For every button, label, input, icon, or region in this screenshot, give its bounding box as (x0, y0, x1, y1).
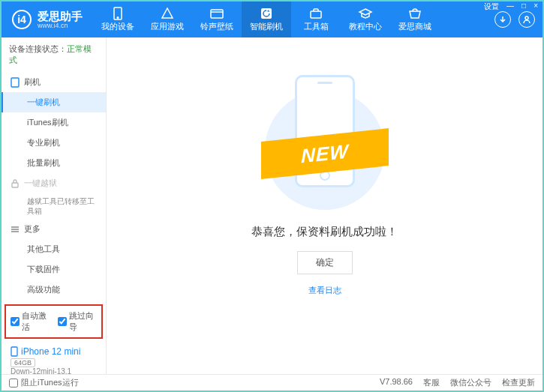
svg-point-1 (117, 16, 119, 18)
lock-icon (11, 179, 20, 188)
close-icon[interactable]: × (532, 1, 539, 12)
view-log-link[interactable]: 查看日志 (308, 285, 341, 296)
sidebar-group-more[interactable]: 更多 (2, 219, 106, 239)
block-itunes-checkbox[interactable]: 阻止iTunes运行 (9, 377, 79, 388)
sidebar-item-oneclick-flash[interactable]: 一键刷机 (2, 92, 106, 112)
phone-icon (110, 7, 125, 19)
device-model: Down-12mini-13,1 (11, 367, 97, 374)
check-update-link[interactable]: 检查更新 (502, 377, 535, 388)
user-button[interactable] (518, 11, 535, 28)
nav-toolbox[interactable]: 工具箱 (291, 1, 341, 37)
success-illustration: NEW (269, 60, 381, 210)
refresh-icon (259, 7, 274, 19)
nav-ringtones[interactable]: 铃声壁纸 (192, 1, 242, 37)
svg-rect-7 (12, 183, 18, 187)
menu-icon (11, 225, 20, 234)
nav-smart-flash[interactable]: 智能刷机 (242, 1, 291, 37)
sidebar-group-flash[interactable]: 刷机 (2, 72, 106, 92)
phone-icon (11, 346, 18, 357)
sidebar-item-download-firmware[interactable]: 下载固件 (2, 259, 106, 280)
ok-button[interactable]: 确定 (297, 251, 353, 274)
version-label: V7.98.66 (380, 377, 413, 388)
store-icon (407, 7, 422, 19)
sidebar-item-batch-flash[interactable]: 批量刷机 (2, 153, 106, 173)
device-capacity: 64GB (11, 358, 35, 367)
device-info[interactable]: iPhone 12 mini 64GB Down-12mini-13,1 (8, 343, 100, 374)
footer: 阻止iTunes运行 V7.98.66 客服 微信公众号 检查更新 (2, 374, 542, 391)
nav-tutorials[interactable]: 教程中心 (341, 1, 390, 37)
main-content: NEW 恭喜您，保资料刷机成功啦！ 确定 查看日志 (107, 37, 542, 374)
header: i4 爱思助手 www.i4.cn 我的设备 应用游戏 铃声壁纸 智能刷机 工具… (2, 1, 542, 37)
sidebar-item-itunes-flash[interactable]: iTunes刷机 (2, 112, 106, 133)
app-name: 爱思助手 (38, 10, 83, 22)
nav-apps-games[interactable]: 应用游戏 (143, 1, 192, 37)
svg-point-5 (525, 16, 528, 19)
device-status: 设备连接状态：正常模式 (2, 37, 106, 72)
archive-icon (209, 7, 224, 19)
svg-rect-6 (11, 78, 19, 87)
logo-icon: i4 (12, 10, 32, 29)
support-link[interactable]: 客服 (423, 377, 440, 388)
apps-icon (160, 7, 175, 19)
sidebar-item-pro-flash[interactable]: 专业刷机 (2, 133, 106, 153)
graduation-icon (358, 7, 373, 19)
maximize-icon[interactable]: □ (520, 1, 527, 12)
sidebar: 设备连接状态：正常模式 刷机 一键刷机 iTunes刷机 专业刷机 批量刷机 一… (2, 37, 107, 374)
nav-my-device[interactable]: 我的设备 (93, 1, 143, 37)
sidebar-group-jailbreak: 一键越狱 (2, 173, 106, 193)
minimize-icon[interactable]: — (505, 1, 515, 12)
skip-guide-checkbox[interactable]: 跳过向导 (58, 310, 98, 333)
jailbreak-note: 越狱工具已转移至工具箱 (2, 193, 106, 219)
svg-rect-2 (211, 10, 223, 18)
toolbox-icon (308, 7, 323, 19)
auto-activate-checkbox[interactable]: 自动激活 (11, 310, 50, 333)
wechat-link[interactable]: 微信公众号 (450, 377, 491, 388)
top-nav: 我的设备 应用游戏 铃声壁纸 智能刷机 工具箱 教程中心 爱思商城 (93, 1, 494, 37)
device-name-label: iPhone 12 mini (21, 346, 80, 357)
app-url: www.i4.cn (38, 22, 83, 29)
download-button[interactable] (494, 11, 511, 28)
nav-store[interactable]: 爱思商城 (390, 1, 440, 37)
svg-rect-4 (311, 11, 321, 18)
svg-rect-8 (11, 347, 17, 356)
svg-rect-3 (261, 8, 272, 19)
sidebar-item-advanced[interactable]: 高级功能 (2, 280, 106, 300)
success-message: 恭喜您，保资料刷机成功啦！ (251, 225, 398, 239)
sidebar-item-other-tools[interactable]: 其他工具 (2, 239, 106, 259)
settings-icon[interactable]: 设置 (482, 1, 500, 12)
logo: i4 爱思助手 www.i4.cn (2, 10, 93, 29)
phone-icon (11, 77, 20, 88)
options-box: 自动激活 跳过向导 (5, 304, 103, 339)
